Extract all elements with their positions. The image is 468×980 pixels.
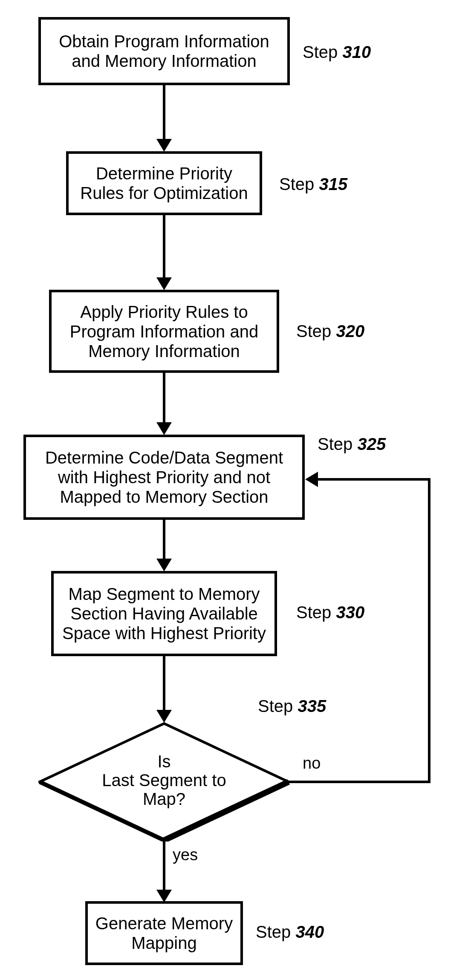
flowchart-canvas: Obtain Program Information and Memory In… bbox=[0, 0, 468, 980]
edge-315-320-line bbox=[163, 215, 165, 279]
edge-325-330-line bbox=[163, 520, 165, 560]
node-325: Determine Code/Data Segment with Highest… bbox=[23, 435, 305, 520]
node-310: Obtain Program Information and Memory In… bbox=[38, 17, 290, 85]
label-330: Step 330 bbox=[296, 603, 364, 622]
node-315-text: Determine Priority Rules for Optimizatio… bbox=[75, 164, 254, 203]
label-340: Step 340 bbox=[256, 922, 324, 942]
edge-335-340-arrow bbox=[156, 890, 172, 902]
edge-310-315-line bbox=[163, 85, 165, 141]
node-330: Map Segment to Memory Section Having Ava… bbox=[51, 571, 277, 656]
node-340: Generate Memory Mapping bbox=[85, 901, 243, 965]
edge-325-330-arrow bbox=[156, 559, 172, 571]
node-335-text: IsLast Segment toMap? bbox=[38, 752, 290, 808]
label-320: Step 320 bbox=[296, 322, 364, 341]
edge-320-325-line bbox=[163, 373, 165, 424]
edge-330-335-line bbox=[163, 656, 165, 712]
node-320-text: Apply Priority Rules to Program Informat… bbox=[58, 302, 271, 361]
edge-no-arrow bbox=[305, 472, 318, 487]
label-325: Step 325 bbox=[318, 435, 386, 454]
label-315: Step 315 bbox=[279, 175, 347, 194]
node-325-text: Determine Code/Data Segment with Highest… bbox=[32, 448, 296, 507]
node-335: IsLast Segment toMap? bbox=[38, 722, 290, 842]
edge-no-v bbox=[428, 479, 430, 783]
edge-no-h2 bbox=[318, 478, 430, 481]
node-315: Determine Priority Rules for Optimizatio… bbox=[66, 151, 262, 215]
label-310: Step 310 bbox=[303, 43, 371, 62]
node-340-text: Generate Memory Mapping bbox=[94, 914, 234, 953]
edge-320-325-arrow bbox=[156, 422, 172, 435]
edge-no-label: no bbox=[303, 754, 321, 772]
edge-315-320-arrow bbox=[156, 277, 172, 290]
label-335: Step 335 bbox=[258, 697, 326, 716]
node-330-text: Map Segment to Memory Section Having Ava… bbox=[60, 584, 269, 643]
node-310-text: Obtain Program Information and Memory In… bbox=[47, 32, 281, 71]
node-320: Apply Priority Rules to Program Informat… bbox=[49, 290, 279, 373]
edge-330-335-arrow bbox=[156, 710, 172, 723]
edge-yes-label: yes bbox=[173, 846, 198, 864]
edge-no-h1 bbox=[289, 781, 430, 783]
edge-310-315-arrow bbox=[156, 139, 172, 152]
edge-335-340-line bbox=[163, 840, 165, 891]
